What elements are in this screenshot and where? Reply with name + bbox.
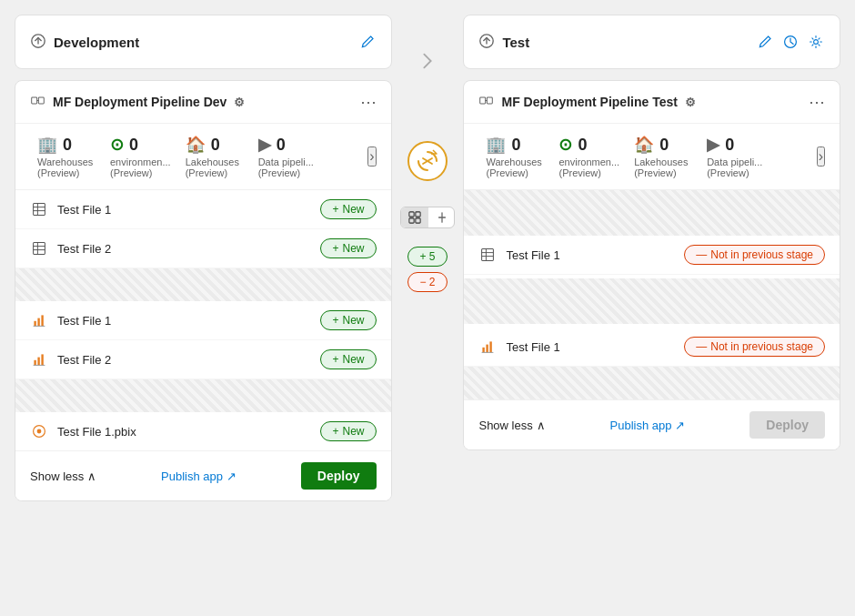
left-stage-header-icons (358, 33, 377, 51)
left-badge-2-chart: + New (320, 349, 376, 369)
settings-icon-right: ⚙ (685, 96, 696, 109)
minus-icon-2: — (696, 340, 707, 353)
pbix-icon-left (30, 422, 48, 440)
left-badge-1-chart: + New (320, 310, 376, 330)
left-hatch-2 (15, 379, 391, 412)
right-warehouse-count: 0 (511, 136, 520, 155)
left-card-footer: Show less ∧ Publish app ↗ Deploy (15, 450, 391, 500)
plus-icon-2: + (332, 242, 338, 255)
right-pipeline-label: Data pipeli...(Preview) (707, 157, 762, 178)
right-publish-button[interactable]: Publish app ↗ (610, 419, 686, 432)
right-hatch-top (464, 190, 840, 236)
list-view-button[interactable] (430, 208, 454, 227)
grid-view-button[interactable] (401, 207, 428, 227)
left-deploy-button[interactable]: Deploy (301, 462, 377, 490)
table-icon-right-1 (478, 246, 497, 264)
right-badge-1-chart: — Not in previous stage (684, 337, 825, 357)
table-icon-2-left (30, 239, 48, 258)
left-lake-label: Lakehouses(Preview) (186, 157, 239, 178)
svg-rect-36 (483, 348, 485, 353)
left-item-test-file-2-chart: Test File 2 + New (15, 340, 391, 379)
left-publish-button[interactable]: Publish app ↗ (161, 470, 236, 483)
left-stage-header: Development (15, 15, 392, 69)
left-pipeline-menu-button[interactable]: ⋯ (360, 92, 377, 112)
chart-icon-right-1 (478, 338, 497, 356)
left-stat-pipeline: ▶ 0 Data pipeli...(Preview) (251, 131, 324, 182)
right-stats-row: 🏢 0 Warehouses(Preview) ⊙ 0 environmen..… (464, 124, 840, 190)
view-toggle-container (400, 207, 455, 228)
svg-point-29 (814, 40, 819, 45)
warehouse-icon-left: 🏢 (37, 135, 57, 155)
svg-rect-13 (41, 315, 43, 326)
right-stage-header: Test (463, 15, 840, 69)
left-pipeline-header: MF Deployment Pipeline Dev ⚙ ⋯ (15, 81, 391, 124)
right-pipeline-menu-button[interactable]: ⋯ (809, 92, 825, 112)
removed-count-badge: − 2 (407, 272, 447, 292)
svg-rect-26 (416, 218, 420, 223)
left-stat-warehouses: 🏢 0 Warehouses(Preview) (30, 131, 103, 182)
added-count-badge: + 5 (407, 247, 447, 267)
right-pipeline-card: MF Deployment Pipeline Test ⚙ ⋯ 🏢 0 Ware… (463, 80, 840, 450)
right-pipeline-count: 0 (725, 136, 734, 155)
sync-status-container (407, 141, 448, 181)
sync-circle (407, 141, 448, 181)
left-item-name-pbix: Test File 1.pbix (57, 425, 311, 439)
right-history-button[interactable] (781, 33, 800, 51)
external-link-icon-right: ↗ (675, 419, 685, 432)
count-badges-container: + 5 − 2 (407, 247, 447, 292)
right-deploy-button[interactable]: Deploy (749, 411, 825, 439)
left-stat-lake: 🏠 0 Lakehouses(Preview) (178, 131, 251, 182)
middle-column: + 5 − 2 (392, 15, 464, 292)
chart-icon-2-left (30, 350, 48, 369)
right-lake-label: Lakehouses(Preview) (634, 157, 688, 178)
left-warehouse-count: 0 (63, 136, 72, 155)
right-settings-button[interactable] (807, 33, 825, 51)
left-stats-chevron[interactable]: › (367, 146, 376, 167)
chart-icon-1-left (30, 311, 48, 329)
right-stage-title: Test (502, 35, 529, 50)
left-edit-button[interactable] (358, 33, 377, 51)
svg-rect-11 (34, 321, 35, 327)
left-badge-1-table: + New (320, 199, 376, 219)
svg-rect-15 (34, 360, 35, 366)
svg-rect-24 (416, 212, 420, 217)
plus-icon-1: + (332, 203, 338, 216)
pipeline-stat-icon-right: ▶ (707, 135, 719, 155)
svg-rect-30 (480, 97, 486, 104)
svg-rect-37 (487, 345, 488, 353)
right-edit-button[interactable] (756, 33, 774, 51)
left-pipeline-title-container: MF Deployment Pipeline Dev ⚙ (30, 93, 245, 111)
environ-icon-left: ⊙ (110, 135, 124, 155)
right-pipeline-title: MF Deployment Pipeline Test (501, 95, 677, 109)
pipeline-icon-right (478, 93, 494, 111)
left-show-less-button[interactable]: Show less ∧ (30, 470, 96, 483)
right-stats-chevron[interactable]: › (817, 146, 825, 167)
right-item-name-1-table: Test File 1 (506, 248, 675, 262)
svg-rect-1 (32, 97, 37, 104)
minus-icon-1: — (696, 248, 707, 261)
right-warehouse-label: Warehouses(Preview) (486, 157, 541, 178)
view-toggle (400, 207, 455, 228)
left-items-list: Test File 1 + New (15, 190, 391, 450)
left-item-test-file-1-chart: Test File 1 + New (15, 301, 391, 340)
left-environ-count: 0 (129, 136, 138, 155)
right-show-less-button[interactable]: Show less ∧ (478, 419, 545, 432)
right-stat-warehouses: 🏢 0 Warehouses(Preview) (478, 131, 551, 182)
left-stage-title: Development (54, 35, 139, 50)
svg-rect-17 (41, 354, 43, 365)
right-hatch-bottom (464, 367, 840, 399)
left-badge-2-table: + New (320, 238, 376, 258)
external-link-icon-left: ↗ (226, 470, 236, 483)
right-pipeline-header: MF Deployment Pipeline Test ⚙ ⋯ (464, 81, 840, 124)
left-item-name-1-chart: Test File 1 (57, 314, 311, 328)
svg-rect-23 (409, 212, 414, 217)
forward-arrow-button[interactable] (420, 51, 435, 76)
left-stats-row: 🏢 0 Warehouses(Preview) ⊙ 0 environmen..… (15, 124, 391, 190)
svg-rect-16 (37, 358, 39, 366)
lake-icon-left: 🏠 (186, 135, 206, 155)
left-item-name-2-chart: Test File 2 (57, 353, 311, 367)
right-card-footer: Show less ∧ Publish app ↗ Deploy (464, 399, 840, 449)
left-pipeline-label: Data pipeli...(Preview) (258, 157, 314, 178)
right-item-test-file-1-table: Test File 1 — Not in previous stage (464, 236, 840, 275)
right-hatch-mid (464, 278, 840, 324)
